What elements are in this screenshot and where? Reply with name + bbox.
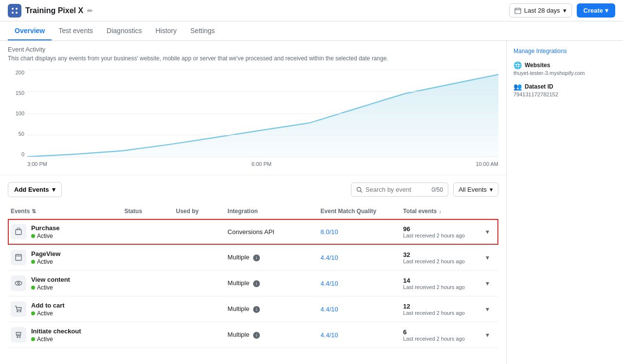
create-button[interactable]: Create ▾ <box>577 3 615 18</box>
event-status: Active <box>31 336 81 343</box>
expand-icon[interactable]: ▾ <box>486 331 489 339</box>
search-input[interactable] <box>366 186 429 193</box>
expand-icon[interactable]: ▾ <box>486 279 489 287</box>
svg-point-1 <box>16 8 18 10</box>
th-integration: Integration <box>225 204 318 219</box>
sidebar-dataset-label: 👥 Dataset ID <box>513 83 616 91</box>
date-range-picker[interactable]: Last 28 days ▾ <box>509 3 572 18</box>
integration-cell: Multiple i <box>225 296 318 322</box>
page-title: Training Pixel X <box>25 6 83 15</box>
table-row: View content Active Mul <box>8 271 498 296</box>
content-area: Event Activity This chart displays any e… <box>0 41 506 364</box>
pixel-icon <box>8 4 21 18</box>
filter-dropdown-icon: ▾ <box>490 186 493 193</box>
chart-subtitle: This chart displays any events from your… <box>8 55 498 62</box>
svg-marker-8 <box>27 74 498 157</box>
sidebar-dataset-value: 794131172782152 <box>513 91 616 97</box>
status-dot <box>31 286 35 290</box>
total-cell: 14 Last received 2 hours ago <box>400 271 483 296</box>
dataset-icon: 👥 <box>513 83 522 91</box>
expand-cell: ▾ <box>483 219 498 245</box>
grid-line <box>27 135 498 135</box>
th-status: Status <box>121 204 173 219</box>
chart-xaxis: 3:00 PM 6:00 PM 10:00 AM <box>27 161 498 167</box>
integration-cell: Multiple i <box>225 245 318 271</box>
status-cell <box>121 245 173 271</box>
svg-rect-11 <box>16 230 21 235</box>
status-cell <box>121 271 173 296</box>
date-dropdown-icon: ▾ <box>563 7 567 14</box>
integration-cell: Multiple i <box>225 271 318 296</box>
quality-link[interactable]: 4.4/10 <box>321 254 338 261</box>
info-icon[interactable]: i <box>253 332 260 339</box>
status-cell <box>121 322 173 348</box>
nav-tabs: Overview Test events Diagnostics History… <box>0 21 623 41</box>
th-quality: Event Match Quality <box>318 204 401 219</box>
sidebar-website-value: thuyet-tester-3.myshopify.com <box>513 70 616 76</box>
svg-point-15 <box>18 282 19 284</box>
edit-icon[interactable]: ✏ <box>87 7 93 15</box>
usedby-cell <box>173 322 225 348</box>
grid-line <box>27 113 498 114</box>
globe-icon: 🌐 <box>513 61 522 69</box>
add-events-button[interactable]: Add Events ▾ <box>8 182 62 197</box>
total-sort-icon[interactable]: ↓ <box>439 208 442 214</box>
quality-link[interactable]: 4.4/10 <box>321 331 338 339</box>
quality-cell: 4.4/10 <box>318 271 401 296</box>
create-dropdown-icon: ▾ <box>605 7 608 14</box>
events-table: Events ⇅ Status Used by Integration Even… <box>8 204 498 348</box>
event-cell: Purchase Active <box>8 219 121 245</box>
tab-diagnostics[interactable]: Diagnostics <box>100 22 148 40</box>
event-cell: Initiate checkout Active <box>8 322 121 348</box>
table-body: Purchase Active Conversions API <box>8 219 498 348</box>
sidebar: Manage Integrations 🌐 Websites thuyet-te… <box>506 41 623 364</box>
quality-cell: 4.4/10 <box>318 296 401 322</box>
expand-icon[interactable]: ▾ <box>486 228 489 236</box>
svg-point-0 <box>12 8 14 10</box>
status-cell <box>121 296 173 322</box>
header-right: Last 28 days ▾ Create ▾ <box>509 3 615 18</box>
search-icon <box>356 186 363 193</box>
expand-icon[interactable]: ▾ <box>486 305 489 313</box>
event-status: Active <box>31 258 60 265</box>
svg-rect-12 <box>16 255 21 260</box>
svg-point-16 <box>17 311 18 312</box>
event-status: Active <box>31 310 65 317</box>
table-row: Purchase Active Conversions API <box>8 219 498 245</box>
tab-test-events[interactable]: Test events <box>52 22 100 40</box>
chart-section: Event Activity This chart displays any e… <box>0 41 506 175</box>
table-row: Add to cart Active Mult <box>8 296 498 322</box>
tab-overview[interactable]: Overview <box>8 22 52 40</box>
th-expand <box>483 204 498 219</box>
tab-settings[interactable]: Settings <box>183 22 222 40</box>
search-box: 0/50 <box>351 182 448 197</box>
event-status: Active <box>31 233 60 239</box>
event-cell: Add to cart Active <box>8 296 121 322</box>
table-header: Events ⇅ Status Used by Integration Even… <box>8 204 498 219</box>
expand-icon[interactable]: ▾ <box>486 254 489 261</box>
events-section: Add Events ▾ 0/50 All Events ▾ <box>0 175 506 348</box>
svg-rect-4 <box>515 8 521 14</box>
svg-point-2 <box>12 12 14 14</box>
events-sort-icon[interactable]: ⇅ <box>32 208 36 215</box>
status-dot <box>31 337 35 341</box>
pageview-icon <box>11 250 26 265</box>
events-filter-dropdown[interactable]: All Events ▾ <box>453 182 498 197</box>
info-icon[interactable]: i <box>253 306 260 313</box>
info-icon[interactable]: i <box>253 280 260 287</box>
status-cell <box>121 219 173 245</box>
manage-integrations-link[interactable]: Manage Integrations <box>513 48 616 55</box>
quality-link[interactable]: 8.0/10 <box>321 228 338 236</box>
quality-link[interactable]: 4.4/10 <box>321 280 338 287</box>
tab-history[interactable]: History <box>148 22 183 40</box>
quality-link[interactable]: 4.4/10 <box>321 306 338 313</box>
chart-yaxis: 200 150 100 50 0 <box>8 70 27 157</box>
header: Training Pixel X ✏ Last 28 days ▾ Create… <box>0 0 623 21</box>
chart-area <box>27 70 498 157</box>
events-toolbar: Add Events ▾ 0/50 All Events ▾ <box>8 175 498 204</box>
calendar-icon <box>514 7 521 14</box>
add-events-dropdown-icon: ▾ <box>52 186 55 193</box>
svg-point-3 <box>16 12 18 14</box>
status-dot <box>31 260 35 264</box>
info-icon[interactable]: i <box>253 255 260 261</box>
